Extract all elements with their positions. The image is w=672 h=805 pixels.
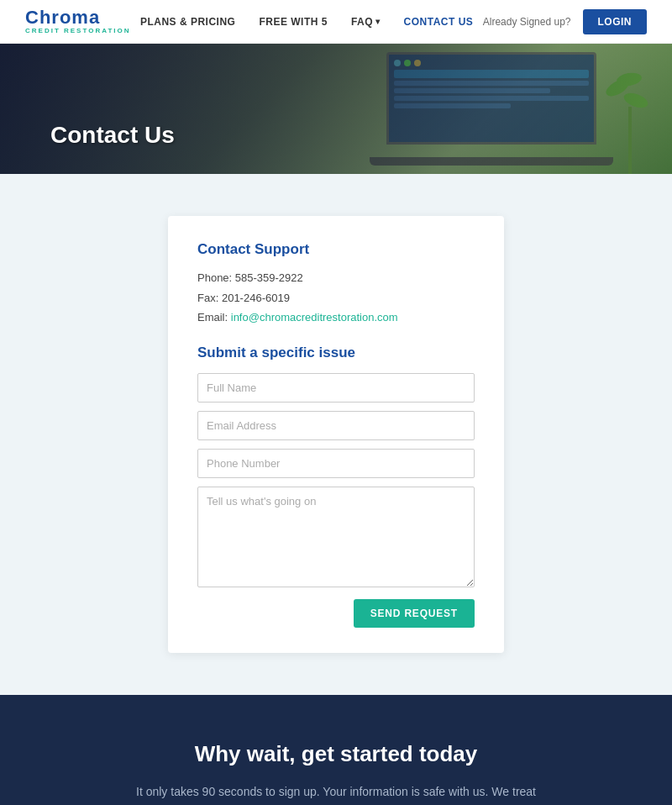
- phone-value: 585-359-2922: [235, 271, 303, 284]
- send-request-button[interactable]: SEND REQUEST: [354, 599, 475, 628]
- nav-faq[interactable]: FAQ ▾: [351, 16, 381, 28]
- email-input[interactable]: [197, 411, 475, 440]
- faq-chevron-icon: ▾: [375, 17, 381, 26]
- main-nav: PLANS & PRICING FREE WITH 5 FAQ ▾ CONTAC…: [140, 16, 473, 28]
- fax-label: Fax:: [197, 292, 218, 304]
- fax-value: 201-246-6019: [222, 292, 290, 304]
- form-title: Submit a specific issue: [197, 345, 475, 361]
- cta-description: It only takes 90 seconds to sign up. You…: [134, 782, 538, 806]
- fax-info: Fax: 201-246-6019: [197, 290, 475, 307]
- hero-title: Contact Us: [50, 122, 175, 149]
- nav-free[interactable]: FREE WITH 5: [259, 16, 328, 28]
- header-right: Already Signed up? LOGIN: [483, 9, 647, 34]
- cta-title: Why wait, get started today: [17, 741, 655, 767]
- contact-info: Phone: 585-359-2922 Fax: 201-246-6019 Em…: [197, 270, 475, 326]
- hero-overlay: [0, 44, 672, 174]
- message-textarea[interactable]: [197, 487, 475, 587]
- header: Chroma CREDIT RESTORATION PLANS & PRICIN…: [0, 0, 672, 44]
- logo-main: Chroma: [25, 8, 130, 28]
- phone-info: Phone: 585-359-2922: [197, 270, 475, 287]
- phone-input[interactable]: [197, 449, 475, 478]
- hero-banner: Contact Us: [0, 44, 672, 174]
- logo-sub: CREDIT RESTORATION: [25, 28, 130, 35]
- full-name-input[interactable]: [197, 373, 475, 402]
- login-button[interactable]: LOGIN: [583, 9, 648, 34]
- email-link[interactable]: info@chromacreditrestoration.com: [231, 311, 398, 324]
- email-info: Email: info@chromacreditrestoration.com: [197, 309, 475, 326]
- nav-plans[interactable]: PLANS & PRICING: [140, 16, 236, 28]
- contact-support-title: Contact Support: [197, 241, 475, 258]
- already-text: Already Signed up?: [483, 16, 571, 28]
- nav-contact[interactable]: CONTACT US: [404, 16, 474, 28]
- contact-card: Contact Support Phone: 585-359-2922 Fax:…: [168, 216, 504, 653]
- logo: Chroma CREDIT RESTORATION: [25, 8, 130, 35]
- phone-label: Phone:: [197, 271, 232, 284]
- email-label: Email:: [197, 311, 228, 324]
- cta-section: Why wait, get started today It only take…: [0, 695, 672, 806]
- main-content: Contact Support Phone: 585-359-2922 Fax:…: [0, 174, 672, 695]
